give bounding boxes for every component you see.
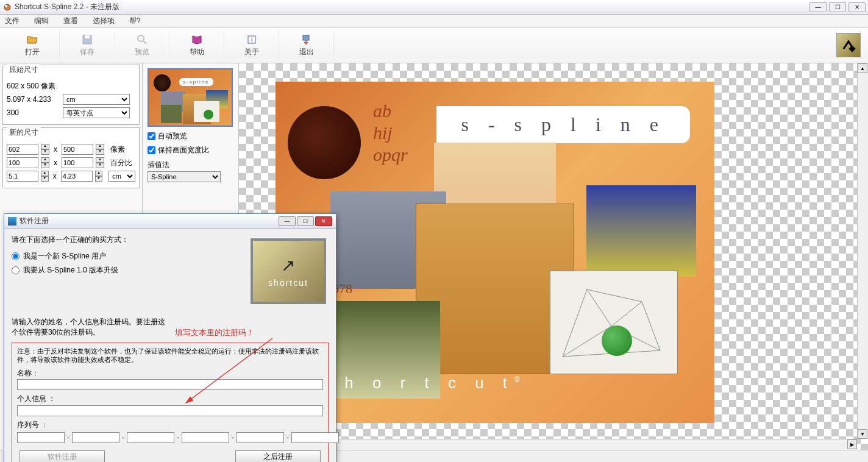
app-icon — [2, 2, 12, 12]
book-icon — [191, 34, 203, 46]
svg-point-4 — [138, 35, 144, 41]
svg-line-5 — [143, 41, 146, 44]
toolbar-open[interactable]: 打开 — [5, 30, 60, 60]
radio-upgrade-input[interactable] — [12, 266, 20, 274]
name-input[interactable] — [17, 379, 323, 390]
toolbar-about[interactable]: i 关于 — [224, 30, 279, 60]
radio-new-user-label: 我是一个新 S-Spline 用户 — [23, 251, 106, 261]
menu-options[interactable]: 选择项 — [93, 16, 115, 26]
height-pct-down[interactable]: ▼ — [96, 163, 104, 168]
dialog-logo-text: shortcut — [268, 278, 308, 288]
scroll-down-button[interactable]: ▼ — [858, 429, 867, 439]
menu-file[interactable]: 文件 — [5, 16, 20, 26]
toolbar-open-label: 打开 — [25, 47, 40, 57]
width-cm-down[interactable]: ▼ — [41, 176, 49, 182]
radio-upgrade-label: 我要从 S-Spline 1.0 版本升级 — [23, 265, 118, 275]
interpolation-label: 插值法 — [148, 160, 233, 170]
dialog-close-button[interactable]: ✕ — [315, 216, 332, 226]
svg-point-0 — [4, 4, 10, 10]
toolbar: 打开 保存 预览 帮助 i 关于 退出 — [0, 28, 868, 63]
height-pct-input[interactable] — [62, 157, 93, 168]
register-button[interactable]: 软件注册 — [20, 450, 105, 462]
image-circle — [288, 106, 361, 179]
interpolation-select[interactable]: S-Spline — [148, 171, 221, 182]
maximize-button[interactable]: ☐ — [829, 2, 846, 12]
height-cm-input[interactable] — [61, 171, 93, 182]
width-pct-down[interactable]: ▼ — [41, 163, 49, 168]
dialog-maximize-button[interactable]: ☐ — [297, 216, 314, 226]
original-size-group: 原始尺寸 602 x 500 像素 5.097 x 4.233 cm 300 每… — [2, 65, 140, 125]
dialog-titlebar[interactable]: 软件注册 — ☐ ✕ — [4, 214, 336, 229]
dialog-logo: ↗ shortcut — [251, 238, 326, 304]
dialog-title: 软件注册 — [20, 216, 279, 226]
new-size-title: 新的尺寸 — [7, 127, 41, 138]
info-input[interactable] — [17, 405, 323, 416]
scroll-up-button[interactable]: ▲ — [858, 63, 867, 73]
toolbar-exit[interactable]: 退出 — [279, 30, 334, 60]
serial-row: - - - - - — [17, 432, 323, 443]
serial-input-6[interactable] — [291, 432, 339, 443]
height-pct-up[interactable]: ▲ — [96, 157, 104, 163]
image-helmet — [586, 185, 696, 277]
minimize-button[interactable]: — — [809, 2, 827, 12]
height-cm-down[interactable]: ▼ — [95, 176, 103, 182]
unit-select-dpi[interactable]: 每英寸点 — [63, 107, 130, 118]
menu-view[interactable]: 查看 — [63, 16, 78, 26]
serial-input-3[interactable] — [127, 432, 174, 443]
height-px-up[interactable]: ▲ — [96, 144, 104, 149]
unit-cm-select[interactable]: cm — [108, 171, 135, 182]
auto-preview-checkbox[interactable]: 自动预览 — [148, 131, 233, 141]
height-cm-up[interactable]: ▲ — [95, 171, 103, 176]
dialog-minimize-button[interactable]: — — [279, 216, 296, 226]
serial-input-1[interactable] — [17, 432, 65, 443]
svg-text:i: i — [251, 37, 252, 43]
toolbar-help[interactable]: 帮助 — [169, 30, 224, 60]
unit-pct-label: 百分比 — [110, 158, 132, 168]
width-px-input[interactable] — [7, 144, 38, 155]
keep-aspect-label: 保持画面宽度比 — [158, 145, 209, 155]
width-cm-input[interactable] — [7, 171, 38, 182]
height-px-input[interactable] — [62, 144, 93, 155]
info-label: 个人信息 ： — [17, 394, 323, 403]
width-pct-up[interactable]: ▲ — [41, 157, 49, 163]
menu-help[interactable]: 帮? — [129, 16, 141, 26]
image-frog — [592, 319, 641, 362]
unit-select-cm[interactable]: cm — [63, 94, 130, 105]
serial-input-2[interactable] — [72, 432, 119, 443]
auto-preview-input[interactable] — [148, 132, 155, 140]
menubar: 文件 编辑 查看 选择项 帮? — [0, 15, 868, 28]
keep-aspect-input[interactable] — [148, 146, 155, 154]
register-later-button[interactable]: 之后注册 — [235, 450, 321, 462]
magnifier-icon — [136, 34, 148, 46]
original-size-title: 原始尺寸 — [7, 65, 41, 75]
width-px-down[interactable]: ▼ — [41, 149, 49, 155]
dialog-instruction: 请输入你的姓名，个人信息和注册码。要注册这个软件需要30位的注册码。 — [12, 317, 170, 338]
keep-aspect-checkbox[interactable]: 保持画面宽度比 — [148, 145, 233, 155]
thumbnail[interactable]: s-spline — [148, 68, 233, 127]
toolbar-exit-label: 退出 — [299, 47, 314, 57]
toolbar-save[interactable]: 保存 — [60, 30, 115, 60]
toolbar-preview[interactable]: 预览 — [115, 30, 169, 60]
warning-box: 注意：由于反对非法复制这个软件，也为了保证该软件能安全稳定的运行；使用非法的注册… — [12, 343, 329, 462]
menu-edit[interactable]: 编辑 — [34, 16, 49, 26]
original-pixels: 602 x 500 像素 — [7, 81, 55, 91]
image-alpha-text: ab hij opqr — [373, 100, 408, 166]
width-px-up[interactable]: ▲ — [41, 144, 49, 149]
exit-icon — [301, 34, 313, 46]
width-cm-up[interactable]: ▲ — [41, 171, 49, 176]
brand-logo — [836, 33, 861, 57]
radio-new-user-input[interactable] — [12, 252, 20, 260]
original-physical: 5.097 x 4.233 — [7, 95, 60, 104]
serial-input-5[interactable] — [237, 432, 284, 443]
window-controls: — ☐ ✕ — [809, 2, 866, 12]
close-button[interactable]: ✕ — [848, 2, 866, 12]
warning-text: 注意：由于反对非法复制这个软件，也为了保证该软件能安全稳定的运行；使用非法的注册… — [17, 347, 323, 365]
scrollbar-vertical[interactable]: ▲ ▼ — [857, 63, 868, 439]
scroll-right-button[interactable]: ▶ — [847, 439, 857, 449]
toolbar-help-label: 帮助 — [190, 47, 204, 57]
serial-input-4[interactable] — [182, 432, 229, 443]
auto-preview-label: 自动预览 — [158, 131, 187, 141]
width-pct-input[interactable] — [7, 157, 38, 168]
toolbar-preview-label: 预览 — [135, 47, 149, 57]
height-px-down[interactable]: ▼ — [96, 149, 104, 155]
